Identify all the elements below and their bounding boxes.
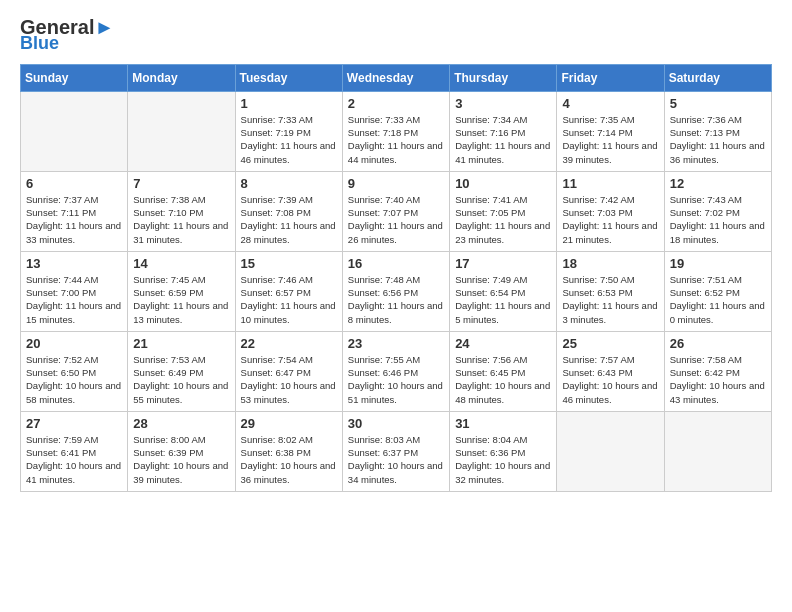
calendar-cell: 1Sunrise: 7:33 AMSunset: 7:19 PMDaylight…	[235, 91, 342, 171]
day-info: Sunrise: 7:49 AMSunset: 6:54 PMDaylight:…	[455, 273, 551, 326]
day-number: 17	[455, 256, 551, 271]
weekday-header-saturday: Saturday	[664, 64, 771, 91]
calendar-cell: 18Sunrise: 7:50 AMSunset: 6:53 PMDayligh…	[557, 251, 664, 331]
day-number: 3	[455, 96, 551, 111]
day-info: Sunrise: 7:37 AMSunset: 7:11 PMDaylight:…	[26, 193, 122, 246]
day-info: Sunrise: 7:55 AMSunset: 6:46 PMDaylight:…	[348, 353, 444, 406]
weekday-header-tuesday: Tuesday	[235, 64, 342, 91]
calendar-cell: 13Sunrise: 7:44 AMSunset: 7:00 PMDayligh…	[21, 251, 128, 331]
day-number: 28	[133, 416, 229, 431]
day-info: Sunrise: 7:48 AMSunset: 6:56 PMDaylight:…	[348, 273, 444, 326]
header: General► Blue	[20, 16, 772, 54]
day-number: 23	[348, 336, 444, 351]
day-info: Sunrise: 7:35 AMSunset: 7:14 PMDaylight:…	[562, 113, 658, 166]
weekday-header-wednesday: Wednesday	[342, 64, 449, 91]
logo: General► Blue	[20, 16, 114, 54]
day-number: 24	[455, 336, 551, 351]
calendar-cell: 11Sunrise: 7:42 AMSunset: 7:03 PMDayligh…	[557, 171, 664, 251]
calendar-cell: 3Sunrise: 7:34 AMSunset: 7:16 PMDaylight…	[450, 91, 557, 171]
calendar-cell: 5Sunrise: 7:36 AMSunset: 7:13 PMDaylight…	[664, 91, 771, 171]
day-info: Sunrise: 7:58 AMSunset: 6:42 PMDaylight:…	[670, 353, 766, 406]
day-info: Sunrise: 7:34 AMSunset: 7:16 PMDaylight:…	[455, 113, 551, 166]
day-info: Sunrise: 8:04 AMSunset: 6:36 PMDaylight:…	[455, 433, 551, 486]
day-number: 2	[348, 96, 444, 111]
day-number: 30	[348, 416, 444, 431]
day-number: 16	[348, 256, 444, 271]
day-info: Sunrise: 7:39 AMSunset: 7:08 PMDaylight:…	[241, 193, 337, 246]
calendar-cell: 23Sunrise: 7:55 AMSunset: 6:46 PMDayligh…	[342, 331, 449, 411]
calendar-cell: 27Sunrise: 7:59 AMSunset: 6:41 PMDayligh…	[21, 411, 128, 491]
day-number: 10	[455, 176, 551, 191]
calendar-cell	[128, 91, 235, 171]
day-info: Sunrise: 7:33 AMSunset: 7:18 PMDaylight:…	[348, 113, 444, 166]
day-number: 22	[241, 336, 337, 351]
calendar-cell: 20Sunrise: 7:52 AMSunset: 6:50 PMDayligh…	[21, 331, 128, 411]
weekday-header-friday: Friday	[557, 64, 664, 91]
day-info: Sunrise: 7:36 AMSunset: 7:13 PMDaylight:…	[670, 113, 766, 166]
day-number: 1	[241, 96, 337, 111]
day-info: Sunrise: 7:53 AMSunset: 6:49 PMDaylight:…	[133, 353, 229, 406]
calendar-cell: 8Sunrise: 7:39 AMSunset: 7:08 PMDaylight…	[235, 171, 342, 251]
day-number: 7	[133, 176, 229, 191]
calendar-cell: 6Sunrise: 7:37 AMSunset: 7:11 PMDaylight…	[21, 171, 128, 251]
day-info: Sunrise: 7:54 AMSunset: 6:47 PMDaylight:…	[241, 353, 337, 406]
day-info: Sunrise: 7:44 AMSunset: 7:00 PMDaylight:…	[26, 273, 122, 326]
day-number: 8	[241, 176, 337, 191]
calendar-cell	[557, 411, 664, 491]
day-info: Sunrise: 7:56 AMSunset: 6:45 PMDaylight:…	[455, 353, 551, 406]
day-number: 25	[562, 336, 658, 351]
day-info: Sunrise: 7:38 AMSunset: 7:10 PMDaylight:…	[133, 193, 229, 246]
day-number: 6	[26, 176, 122, 191]
day-info: Sunrise: 7:51 AMSunset: 6:52 PMDaylight:…	[670, 273, 766, 326]
calendar-cell: 22Sunrise: 7:54 AMSunset: 6:47 PMDayligh…	[235, 331, 342, 411]
day-info: Sunrise: 7:46 AMSunset: 6:57 PMDaylight:…	[241, 273, 337, 326]
day-info: Sunrise: 7:43 AMSunset: 7:02 PMDaylight:…	[670, 193, 766, 246]
calendar-cell: 2Sunrise: 7:33 AMSunset: 7:18 PMDaylight…	[342, 91, 449, 171]
day-number: 9	[348, 176, 444, 191]
calendar-cell: 31Sunrise: 8:04 AMSunset: 6:36 PMDayligh…	[450, 411, 557, 491]
day-number: 21	[133, 336, 229, 351]
day-number: 5	[670, 96, 766, 111]
day-number: 18	[562, 256, 658, 271]
day-info: Sunrise: 7:52 AMSunset: 6:50 PMDaylight:…	[26, 353, 122, 406]
day-info: Sunrise: 7:45 AMSunset: 6:59 PMDaylight:…	[133, 273, 229, 326]
day-number: 14	[133, 256, 229, 271]
day-number: 15	[241, 256, 337, 271]
day-number: 12	[670, 176, 766, 191]
day-info: Sunrise: 8:02 AMSunset: 6:38 PMDaylight:…	[241, 433, 337, 486]
day-number: 26	[670, 336, 766, 351]
day-info: Sunrise: 7:41 AMSunset: 7:05 PMDaylight:…	[455, 193, 551, 246]
day-number: 31	[455, 416, 551, 431]
day-info: Sunrise: 8:00 AMSunset: 6:39 PMDaylight:…	[133, 433, 229, 486]
weekday-header-thursday: Thursday	[450, 64, 557, 91]
calendar-cell: 17Sunrise: 7:49 AMSunset: 6:54 PMDayligh…	[450, 251, 557, 331]
calendar-cell: 29Sunrise: 8:02 AMSunset: 6:38 PMDayligh…	[235, 411, 342, 491]
day-info: Sunrise: 7:59 AMSunset: 6:41 PMDaylight:…	[26, 433, 122, 486]
calendar-cell: 28Sunrise: 8:00 AMSunset: 6:39 PMDayligh…	[128, 411, 235, 491]
calendar-cell: 19Sunrise: 7:51 AMSunset: 6:52 PMDayligh…	[664, 251, 771, 331]
calendar-cell: 25Sunrise: 7:57 AMSunset: 6:43 PMDayligh…	[557, 331, 664, 411]
day-info: Sunrise: 7:57 AMSunset: 6:43 PMDaylight:…	[562, 353, 658, 406]
calendar-cell: 4Sunrise: 7:35 AMSunset: 7:14 PMDaylight…	[557, 91, 664, 171]
calendar-cell: 12Sunrise: 7:43 AMSunset: 7:02 PMDayligh…	[664, 171, 771, 251]
day-number: 20	[26, 336, 122, 351]
day-info: Sunrise: 8:03 AMSunset: 6:37 PMDaylight:…	[348, 433, 444, 486]
calendar-cell	[21, 91, 128, 171]
day-info: Sunrise: 7:40 AMSunset: 7:07 PMDaylight:…	[348, 193, 444, 246]
weekday-header-monday: Monday	[128, 64, 235, 91]
calendar-cell: 30Sunrise: 8:03 AMSunset: 6:37 PMDayligh…	[342, 411, 449, 491]
day-info: Sunrise: 7:33 AMSunset: 7:19 PMDaylight:…	[241, 113, 337, 166]
day-number: 27	[26, 416, 122, 431]
calendar-cell	[664, 411, 771, 491]
calendar-cell: 21Sunrise: 7:53 AMSunset: 6:49 PMDayligh…	[128, 331, 235, 411]
day-number: 4	[562, 96, 658, 111]
calendar-cell: 9Sunrise: 7:40 AMSunset: 7:07 PMDaylight…	[342, 171, 449, 251]
day-number: 11	[562, 176, 658, 191]
calendar-cell: 7Sunrise: 7:38 AMSunset: 7:10 PMDaylight…	[128, 171, 235, 251]
weekday-header-sunday: Sunday	[21, 64, 128, 91]
day-number: 13	[26, 256, 122, 271]
calendar-cell: 16Sunrise: 7:48 AMSunset: 6:56 PMDayligh…	[342, 251, 449, 331]
page: General► Blue SundayMondayTuesdayWednesd…	[0, 0, 792, 508]
calendar-cell: 26Sunrise: 7:58 AMSunset: 6:42 PMDayligh…	[664, 331, 771, 411]
day-number: 29	[241, 416, 337, 431]
